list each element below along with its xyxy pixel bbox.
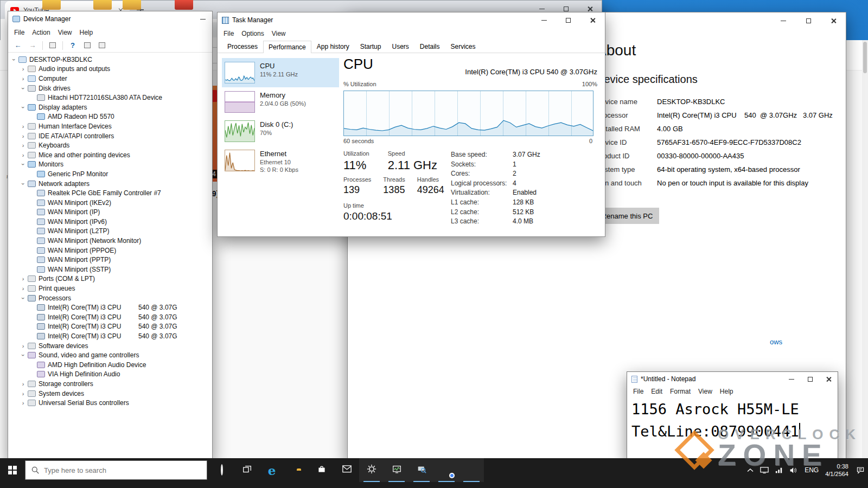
desktop-icon-folder[interactable] xyxy=(42,0,61,10)
tree-item[interactable]: WAN Miniport (SSTP) xyxy=(8,265,212,274)
language-indicator[interactable]: ENG xyxy=(805,466,819,474)
minimize-button[interactable] xyxy=(532,12,556,28)
cpu-utilization-chart[interactable] xyxy=(343,91,593,136)
tree-item[interactable]: ›DESKTOP-KB3DLKC xyxy=(8,55,212,65)
expander-icon[interactable]: › xyxy=(20,75,27,82)
desktop-icon-folder[interactable] xyxy=(123,0,141,10)
expander-icon[interactable]: › xyxy=(20,133,27,139)
help-icon[interactable]: ? xyxy=(66,40,79,51)
expander-icon[interactable]: › xyxy=(20,123,27,130)
taskbar-mail[interactable] xyxy=(334,458,359,482)
menu-item-file[interactable]: File xyxy=(10,27,28,38)
expander-icon[interactable]: › xyxy=(20,285,27,292)
maximize-button[interactable] xyxy=(796,12,821,29)
expander-icon[interactable]: › xyxy=(20,390,27,397)
desktop-icon-folder[interactable] xyxy=(93,0,112,10)
taskbar-task-view[interactable] xyxy=(234,458,259,482)
expander-icon[interactable]: › xyxy=(20,343,27,349)
expander-icon[interactable]: › xyxy=(11,56,17,63)
tab-performance[interactable]: Performance xyxy=(263,41,311,53)
desktop-icon-app[interactable] xyxy=(175,0,193,10)
taskbar-settings[interactable] xyxy=(359,458,384,482)
taskbar-notepad[interactable] xyxy=(459,458,484,482)
tree-item[interactable]: WAN Miniport (IKEv2) xyxy=(8,198,212,208)
perf-item-disk-0-c[interactable]: Disk 0 (C:)70% xyxy=(222,117,339,146)
maximize-button[interactable] xyxy=(556,12,580,28)
action-center-icon[interactable] xyxy=(856,466,865,474)
minimize-button[interactable] xyxy=(771,12,796,29)
scan-icon[interactable] xyxy=(95,40,108,51)
menu-item-file[interactable]: File xyxy=(629,386,647,397)
tree-item[interactable]: AMD High Definition Audio Device xyxy=(8,360,212,370)
expander-icon[interactable]: › xyxy=(20,400,27,406)
expander-icon[interactable]: › xyxy=(20,161,27,168)
forward-icon[interactable]: → xyxy=(26,40,39,51)
tab-app-history[interactable]: App history xyxy=(311,40,355,53)
taskbar-store[interactable] xyxy=(309,458,334,482)
tree-item[interactable]: Intel(R) Core(TM) i3 CPU540 @ 3.07G xyxy=(8,312,212,322)
menu-item-action[interactable]: Action xyxy=(28,27,54,38)
minimize-button[interactable] xyxy=(194,11,212,27)
expander-icon[interactable]: › xyxy=(20,275,27,282)
tree-item[interactable]: WAN Miniport (PPPOE) xyxy=(8,246,212,255)
scrollbar[interactable] xyxy=(862,40,868,488)
tree-item[interactable]: Generic PnP Monitor xyxy=(8,169,212,179)
tree-item[interactable]: Realtek PCIe GbE Family Controller #7 xyxy=(8,188,212,198)
settings-link-fragment[interactable]: ows xyxy=(770,338,782,346)
start-button[interactable] xyxy=(0,458,25,482)
tree-item[interactable]: ›Display adapters xyxy=(8,102,212,112)
network-icon[interactable] xyxy=(775,467,783,473)
tree-item[interactable]: ›Network adapters xyxy=(8,179,212,189)
tree-item[interactable]: ›Storage controllers xyxy=(8,379,212,389)
expander-icon[interactable]: › xyxy=(20,152,27,158)
taskbar-search[interactable] xyxy=(25,460,207,480)
scrollbar-thumb[interactable] xyxy=(863,42,867,73)
taskbar-clock[interactable]: 0:38 4/1/2564 xyxy=(825,463,848,478)
tree-item[interactable]: ›Mice and other pointing devices xyxy=(8,150,212,160)
tree-item[interactable]: Intel(R) Core(TM) i3 CPU540 @ 3.07G xyxy=(8,322,212,332)
menu-item-file[interactable]: File xyxy=(220,28,238,39)
minimize-button[interactable] xyxy=(782,372,801,386)
menu-item-options[interactable]: Options xyxy=(238,28,267,39)
menu-item-view[interactable]: View xyxy=(268,28,290,39)
tab-services[interactable]: Services xyxy=(445,40,481,53)
tree-item[interactable]: WAN Miniport (L2TP) xyxy=(8,227,212,236)
tree-item[interactable]: Intel(R) Core(TM) i3 CPU540 @ 3.07G xyxy=(8,303,212,312)
expander-icon[interactable]: › xyxy=(20,66,27,72)
tree-item[interactable]: AMD Radeon HD 5570 xyxy=(8,112,212,122)
volume-icon[interactable] xyxy=(789,467,798,474)
taskbar-edge[interactable]: e xyxy=(259,458,284,482)
notepad-text-area[interactable]: 1156 Asrock H55M-LETel&Line:0879900441 xyxy=(627,397,838,444)
close-button[interactable] xyxy=(580,12,605,28)
taskbar-search-input[interactable] xyxy=(44,466,201,474)
taskbar-file-explorer[interactable] xyxy=(284,458,309,482)
tree-item[interactable]: WAN Miniport (IPv6) xyxy=(8,217,212,227)
back-icon[interactable]: ← xyxy=(11,40,24,51)
menu-item-help[interactable]: Help xyxy=(716,386,737,397)
tree-item[interactable]: ›Software devices xyxy=(8,341,212,351)
close-button[interactable] xyxy=(819,372,838,386)
taskbar-device-manager[interactable] xyxy=(409,458,434,482)
perf-item-memory[interactable]: Memory2.0/4.0 GB (50%) xyxy=(222,87,339,117)
tree-item[interactable]: ›Universal Serial Bus controllers xyxy=(8,398,212,408)
tree-item[interactable]: Intel(R) Core(TM) i3 CPU540 @ 3.07G xyxy=(8,331,212,341)
expander-icon[interactable]: › xyxy=(20,294,27,301)
tree-item[interactable]: ›System devices xyxy=(8,389,212,399)
expander-icon[interactable]: › xyxy=(20,180,27,187)
expander-icon[interactable]: › xyxy=(20,104,27,111)
tree-item[interactable]: ›Ports (COM & LPT) xyxy=(8,274,212,284)
tree-item[interactable]: ›Computer xyxy=(8,74,212,84)
tree-item[interactable]: ›Print queues xyxy=(8,284,212,293)
tree-item[interactable]: ›Monitors xyxy=(8,160,212,170)
tree-item[interactable]: WAN Miniport (Network Monitor) xyxy=(8,236,212,246)
close-button[interactable] xyxy=(821,12,846,29)
device-manager-titlebar[interactable]: Device Manager xyxy=(8,11,212,27)
tree-item[interactable]: ›Disk drives xyxy=(8,84,212,93)
taskbar-chrome[interactable] xyxy=(434,458,459,482)
export-icon[interactable] xyxy=(81,40,94,51)
notepad-titlebar[interactable]: *Untitled - Notepad xyxy=(627,372,838,386)
task-manager-titlebar[interactable]: Task Manager xyxy=(218,12,605,28)
maximize-button[interactable] xyxy=(801,372,819,386)
tree-item[interactable]: WAN Miniport (PPTP) xyxy=(8,255,212,265)
tree-item[interactable]: ›Keyboards xyxy=(8,140,212,150)
